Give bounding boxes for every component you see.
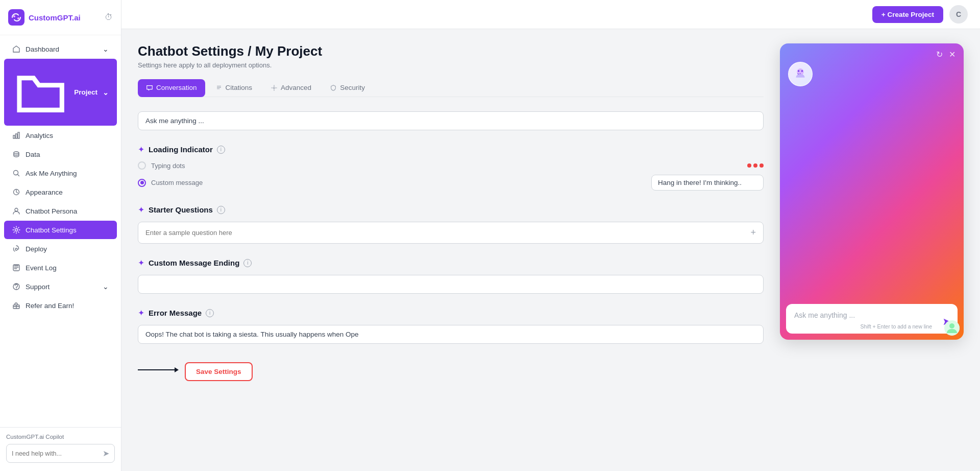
settings-panel: Chatbot Settings / My Project Settings h… bbox=[138, 43, 764, 457]
svg-rect-3 bbox=[13, 135, 15, 138]
persona-icon bbox=[12, 207, 20, 215]
sidebar-item-project[interactable]: Project ⌄ bbox=[4, 59, 117, 126]
chevron-down-icon-project: ⌄ bbox=[103, 88, 109, 97]
starter-questions-input-wrap[interactable]: + bbox=[138, 222, 764, 244]
svg-marker-18 bbox=[175, 367, 179, 372]
svg-rect-0 bbox=[8, 9, 24, 26]
brand-name: CustomGPT.ai bbox=[29, 13, 81, 22]
starter-questions-title: Starter Questions bbox=[149, 205, 213, 214]
radio-group-loading: Typing dots Custom message bbox=[138, 161, 764, 191]
dot-3 bbox=[760, 163, 764, 168]
preview-refresh-icon[interactable]: ↻ bbox=[936, 50, 943, 59]
content-area: Chatbot Settings / My Project Settings h… bbox=[121, 29, 980, 471]
dot-2 bbox=[753, 163, 757, 168]
arrow-indicator bbox=[138, 365, 179, 375]
copilot-send-icon[interactable]: ➤ bbox=[103, 449, 109, 458]
svg-point-6 bbox=[14, 152, 19, 154]
svg-point-23 bbox=[949, 323, 954, 328]
sidebar: CustomGPT.ai ⏱ Dashboard ⌄ Project ⌄ bbox=[0, 0, 121, 471]
sparkle-icon-ending: ✦ bbox=[138, 258, 144, 268]
sidebar-item-chatbot-persona[interactable]: Chatbot Persona bbox=[4, 202, 117, 220]
typing-dots-preview bbox=[747, 163, 764, 168]
tabs: Conversation Citations Advanced bbox=[138, 79, 764, 97]
create-project-button[interactable]: + Create Project bbox=[872, 6, 943, 23]
svg-point-10 bbox=[15, 229, 18, 231]
svg-point-21 bbox=[801, 70, 803, 72]
user-avatar[interactable]: C bbox=[949, 5, 968, 23]
sparkle-icon-starter: ✦ bbox=[138, 205, 144, 215]
ask-placeholder-input[interactable] bbox=[138, 111, 764, 130]
preview-close-icon[interactable]: ✕ bbox=[949, 50, 955, 59]
sidebar-item-chatbot-settings[interactable]: Chatbot Settings bbox=[4, 221, 117, 239]
sidebar-logo: CustomGPT.ai ⏱ bbox=[0, 0, 121, 35]
copilot-input-wrap[interactable]: ➤ bbox=[6, 444, 115, 463]
custom-message-input[interactable] bbox=[651, 175, 764, 191]
sidebar-item-event-log[interactable]: Event Log bbox=[4, 258, 117, 277]
loading-info-icon[interactable]: i bbox=[217, 146, 225, 154]
svg-point-2 bbox=[17, 17, 19, 19]
add-question-button[interactable]: + bbox=[750, 227, 756, 238]
radio-custom-message[interactable] bbox=[138, 179, 146, 187]
custom-message-ending-input[interactable] bbox=[138, 275, 764, 294]
sidebar-item-support[interactable]: Support ⌄ bbox=[4, 277, 117, 296]
search-icon bbox=[12, 169, 20, 177]
loading-indicator-section: ✦ Loading Indicator i Typing dots bbox=[138, 145, 764, 191]
svg-rect-5 bbox=[18, 132, 19, 138]
save-section: Save Settings bbox=[138, 358, 764, 381]
gear-icon bbox=[12, 226, 20, 234]
chat-icon bbox=[146, 84, 153, 91]
support-chevron-icon: ⌄ bbox=[103, 282, 109, 291]
svg-rect-4 bbox=[16, 134, 17, 138]
preview-panel: ↻ ✕ As bbox=[780, 43, 964, 457]
svg-point-11 bbox=[15, 248, 17, 250]
tab-citations[interactable]: Citations bbox=[207, 79, 261, 97]
sidebar-item-deploy[interactable]: Deploy bbox=[4, 240, 117, 258]
error-message-section: ✦ Error Message i bbox=[138, 308, 764, 344]
error-message-input[interactable] bbox=[138, 325, 764, 344]
copilot-title: CustomGPT.ai Copilot bbox=[6, 434, 115, 440]
shield-icon bbox=[330, 84, 337, 91]
sidebar-item-dashboard[interactable]: Dashboard ⌄ bbox=[4, 40, 117, 58]
preview-input-placeholder: Ask me anything ... bbox=[794, 311, 949, 319]
sidebar-item-appearance[interactable]: Appearance bbox=[4, 183, 117, 201]
svg-point-9 bbox=[15, 208, 18, 211]
custom-ending-info-icon[interactable]: i bbox=[243, 259, 252, 267]
starter-questions-input[interactable] bbox=[145, 229, 750, 237]
sidebar-item-analytics[interactable]: Analytics bbox=[4, 126, 117, 145]
typing-dots-label: Typing dots bbox=[151, 162, 742, 170]
tab-advanced[interactable]: Advanced bbox=[262, 79, 320, 97]
home-icon bbox=[12, 45, 20, 53]
preview-topbar: ↻ ✕ bbox=[780, 43, 964, 65]
save-settings-button[interactable]: Save Settings bbox=[185, 362, 253, 381]
tab-conversation[interactable]: Conversation bbox=[138, 79, 205, 97]
advanced-icon bbox=[271, 84, 278, 91]
custom-message-ending-title: Custom Message Ending bbox=[149, 258, 239, 267]
preview-bot-avatar bbox=[788, 62, 813, 86]
chart-icon bbox=[12, 131, 20, 139]
svg-point-20 bbox=[798, 70, 799, 72]
error-message-info-icon[interactable]: i bbox=[206, 309, 214, 317]
tab-security[interactable]: Security bbox=[322, 79, 373, 97]
gift-icon bbox=[12, 301, 20, 310]
chevron-down-icon: ⌄ bbox=[103, 45, 109, 53]
database-icon bbox=[12, 150, 20, 158]
custom-message-row: Custom message bbox=[138, 175, 764, 191]
sidebar-item-ask-me-anything[interactable]: Ask Me Anything bbox=[4, 164, 117, 182]
page-title: Chatbot Settings / My Project bbox=[138, 43, 764, 59]
citations-icon bbox=[215, 84, 223, 91]
svg-point-7 bbox=[14, 171, 18, 175]
starter-questions-info-icon[interactable]: i bbox=[217, 206, 225, 214]
page-subtitle: Settings here apply to all deployment op… bbox=[138, 61, 764, 69]
sidebar-item-refer-earn[interactable]: Refer and Earn! bbox=[4, 296, 117, 315]
copilot-input[interactable] bbox=[12, 450, 103, 457]
support-icon bbox=[12, 282, 20, 291]
loading-indicator-title: Loading Indicator bbox=[149, 145, 213, 154]
folder-icon bbox=[12, 64, 69, 121]
custom-message-label: Custom message bbox=[151, 179, 646, 186]
sidebar-item-data[interactable]: Data bbox=[4, 145, 117, 163]
deploy-icon bbox=[12, 245, 20, 253]
radio-typing-dots[interactable] bbox=[138, 161, 146, 170]
sidebar-nav: Dashboard ⌄ Project ⌄ Analytics bbox=[0, 35, 121, 427]
clock-icon[interactable]: ⏱ bbox=[105, 13, 113, 22]
preview-input-box[interactable]: Ask me anything ... Shift + Enter to add… bbox=[786, 304, 958, 334]
